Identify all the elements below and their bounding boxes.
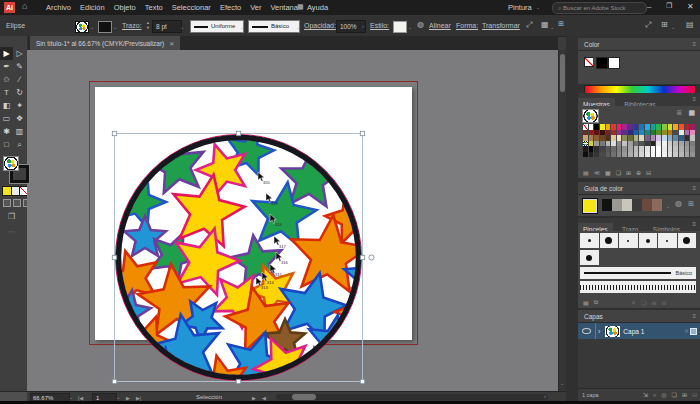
delete-brush-icon[interactable]: ⊟ [661,299,666,306]
tool-button[interactable]: ◧ [0,99,13,112]
first-artboard-button[interactable]: |◀ [78,395,83,401]
tool-button[interactable]: ▷ [13,47,26,60]
delete-swatch-icon[interactable]: ⊟ [646,169,651,176]
opacity-link[interactable]: Opacidad: [304,22,336,29]
draw-behind-button[interactable] [13,199,21,207]
status-back-icon[interactable]: ◀ [262,395,266,401]
tool-button[interactable]: ✒ [0,60,13,73]
doc-layout-icon[interactable]: ⊞ [661,20,668,29]
tool-button[interactable]: ✱ [0,125,13,138]
selection-handle[interactable] [112,131,116,135]
last-artboard-button[interactable]: ▶| [136,395,141,401]
selection-handle[interactable] [112,379,116,383]
chevron-down-icon[interactable]: ⌄ [90,24,94,30]
limit-colors-globe-icon[interactable]: ◍ [675,199,682,208]
harmony-swatch[interactable] [612,199,622,211]
shape-mode-icon[interactable]: ▦ [541,20,549,29]
menu-ver[interactable]: Ver [250,3,261,12]
tool-button[interactable]: ▶ [0,47,13,60]
new-swatch-icon[interactable]: ⊕ [636,169,641,176]
chevron-down-icon[interactable]: ⌄ [666,203,670,209]
vertical-scrollbar-thumb[interactable] [560,54,565,92]
brush-item[interactable] [580,233,599,248]
brush-item[interactable] [600,233,619,248]
menu-seleccionar[interactable]: Seleccionar [172,3,211,12]
brush-item[interactable] [619,233,638,248]
app-logo-icon[interactable]: Ai [4,2,15,13]
tool-button[interactable]: ❖ [13,112,26,125]
horizontal-scrollbar-thumb[interactable] [292,394,316,400]
chevron-right-icon[interactable]: › [362,23,364,29]
scroll-right-icon[interactable]: › [544,393,546,399]
tool-button[interactable]: ⌕ [13,138,26,151]
harmony-strip[interactable] [602,199,662,211]
next-artboard-button[interactable]: ▶ [126,395,130,401]
calligraphic-brush-row2[interactable] [580,250,599,265]
layer-thumbnail[interactable] [605,326,620,337]
status-tool-hint[interactable]: Selección [196,394,222,400]
document-tab[interactable]: Sin título-1* al 66.67% (CMYK/Previsuali… [30,36,180,50]
search-input[interactable]: ⌕ Buscar en Adobe Stock [552,2,647,14]
align-link[interactable]: Alinear [429,22,451,29]
canvas[interactable]: 320319318317316315314313 [27,50,558,391]
chevron-down-icon[interactable]: ⌄ [240,24,244,30]
draw-normal-button[interactable] [3,199,11,207]
brush-item[interactable] [580,250,599,265]
brush-item[interactable] [639,233,658,248]
restore-button[interactable]: ❐ [666,2,672,10]
status-fwd-icon[interactable]: ▶ [252,395,256,401]
new-brush-icon[interactable]: ⊞ [651,299,656,306]
color-guide-header[interactable]: Guía de color ≡ [578,182,700,195]
brush-options-icon[interactable]: ❏ [641,299,646,306]
calligraphic-brush-row[interactable] [580,233,696,248]
selection-handle[interactable] [360,379,364,383]
horizontal-scrollbar[interactable]: › [276,394,548,400]
expand-layer-icon[interactable]: › [598,328,600,335]
panel-menu-icon[interactable]: ≡ [692,313,696,320]
menu-objeto[interactable]: Objeto [114,3,136,12]
menu-ventana[interactable]: Ventana [270,3,298,12]
brush-definition-select[interactable]: Básico [248,20,300,33]
new-group-icon[interactable]: ⊞ [626,169,631,176]
harmony-swatch[interactable] [602,199,612,211]
swatch-themes-icon[interactable]: ≪ [594,169,600,176]
width-profile-select[interactable]: Uniforme [190,20,244,33]
swatch-options-icon[interactable]: ❏ [616,169,621,176]
current-fill-thumb[interactable] [582,109,599,123]
base-color-swatch[interactable] [583,199,597,213]
charcoal-brush-item[interactable] [580,281,696,293]
tool-button[interactable]: ▭ [0,112,13,125]
tool-button[interactable]: T [0,86,13,99]
arrange-docs-icon[interactable]: ⤢ [645,20,651,30]
document-setup-globe-icon[interactable]: ◍ [417,20,424,29]
style-link[interactable]: Estilo: [370,22,389,29]
shape-link[interactable]: Forma: [456,22,478,29]
stroke-panel-link[interactable]: Trazo: [122,22,142,29]
brush-item[interactable] [658,233,677,248]
workspace-switcher[interactable]: Pintura [508,3,532,12]
selection-handle[interactable] [236,379,240,383]
brush-group-icon[interactable]: ⧉ [594,299,598,306]
selection-proxy[interactable] [690,328,697,335]
scroll-down-icon[interactable]: ⌄ [560,380,564,386]
menu-texto[interactable]: Texto [145,3,163,12]
harmony-swatch[interactable] [622,199,632,211]
tool-button[interactable]: □ [0,138,13,151]
tool-button[interactable]: ✦ [13,99,26,112]
selection-handle[interactable] [112,255,116,259]
tool-button[interactable]: ∕ [13,73,26,86]
panel-menu-icon[interactable]: ≡ [692,221,696,228]
harmony-swatch[interactable] [642,199,652,211]
brush-item[interactable] [678,233,697,248]
stroke-width-value[interactable]: 8 pt [152,20,182,33]
home-icon[interactable]: ⌂ [22,1,27,11]
harmony-swatch[interactable] [632,199,642,211]
menu-archivo[interactable]: Archivo [46,3,71,12]
harmony-swatch[interactable] [652,199,662,211]
chevron-down-icon[interactable]: ⌄ [69,394,73,400]
swatch-kinds-icon[interactable]: ▦ [605,169,611,176]
color-panel-header[interactable]: Color ≡ [578,38,700,51]
panel-menu-icon[interactable]: ≡ [692,96,696,103]
color-black-swatch[interactable] [596,57,608,69]
chevron-down-icon[interactable]: ⌄ [116,394,120,400]
